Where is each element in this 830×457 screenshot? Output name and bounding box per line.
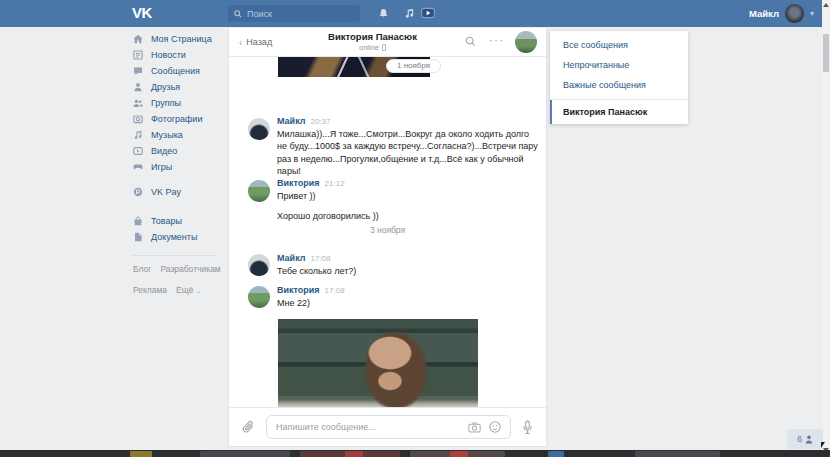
online-count: 6	[797, 434, 802, 444]
taskbar-icon	[200, 451, 290, 457]
message-time: 20:37	[310, 117, 330, 126]
camera-icon[interactable]	[468, 422, 481, 433]
chevron-down-icon: ▾	[810, 9, 814, 18]
date-separator-pill: 1 ноября	[386, 59, 441, 73]
sidebar-item-market[interactable]: Товары	[133, 213, 229, 229]
sidebar-item-news[interactable]: Новости	[133, 47, 229, 63]
sidebar-footer-links: Блог Разработчикам Реклама Ещё ⌄	[133, 263, 243, 297]
sidebar-item-music[interactable]: Музыка	[133, 127, 229, 143]
avatar-maykl[interactable]	[248, 254, 270, 276]
documents-icon	[133, 232, 143, 242]
taskbar-icon	[548, 451, 564, 457]
sidebar-item-groups[interactable]: Группы	[133, 95, 229, 111]
message-text: Тебе сколько лет?)	[277, 265, 540, 277]
conversation-header: ‹ Назад Виктория Панасюк online ···	[229, 28, 546, 57]
chevron-left-icon: ‹	[239, 38, 242, 47]
message-meta: Майкл20:37	[277, 116, 331, 126]
games-icon	[133, 162, 143, 172]
author-link[interactable]: Виктория	[277, 178, 320, 188]
message-text: Хорошо договорились ))	[277, 210, 540, 222]
message-input-wrapper	[266, 415, 511, 439]
message-time: 17:08	[310, 254, 330, 263]
message-text: Мне 22)	[277, 297, 540, 309]
sidebar-divider	[133, 255, 217, 256]
topbar-avatar	[785, 4, 804, 23]
vk-pay-icon	[133, 187, 143, 197]
market-bag-icon	[133, 216, 143, 226]
conversation-title-block: Виктория Панасюк online	[289, 31, 456, 52]
footer-link-more[interactable]: Ещё ⌄	[176, 284, 202, 297]
message-composer	[229, 407, 546, 446]
message-text: Привет ))	[277, 190, 540, 202]
author-link[interactable]: Майкл	[277, 116, 305, 126]
os-taskbar-partial	[0, 450, 830, 457]
footer-link-blog[interactable]: Блог	[133, 263, 151, 275]
taskbar-icon	[345, 451, 363, 457]
messages-filter-dropdown: Все сообщения Непрочитанные Важные сообщ…	[550, 31, 688, 124]
vk-logo[interactable]: VK	[132, 4, 152, 21]
music-note-icon	[133, 130, 143, 140]
footer-link-developers[interactable]: Разработчикам	[160, 263, 220, 275]
vk-app: VK Поиск Майкл ▾ Моя Страница	[0, 0, 830, 457]
video-stream-icon[interactable]	[421, 6, 435, 20]
author-link[interactable]: Виктория	[277, 285, 320, 295]
selected-conversation-item[interactable]: Виктория Панасюк	[550, 100, 688, 124]
scrollbar-thumb[interactable]	[823, 34, 829, 72]
sidebar-item-vk-pay[interactable]: VK Pay	[133, 184, 229, 200]
mobile-phone-icon	[382, 44, 386, 51]
conversation-search-icon[interactable]	[465, 36, 476, 47]
filter-important[interactable]: Важные сообщения	[550, 75, 688, 95]
message-history: 1 ноября Майкл20:37 Милашка))...Я тоже..…	[229, 57, 546, 407]
conversation-title: Виктория Панасюк	[289, 31, 456, 42]
sidebar-item-photos[interactable]: Фотографии	[133, 111, 229, 127]
global-search[interactable]: Поиск	[228, 5, 360, 22]
avatar-viktoria[interactable]	[248, 286, 270, 308]
story-video-attachment[interactable]: Перейти в конец истории 0:02	[278, 319, 478, 407]
message-meta: Виктория17:08	[277, 285, 345, 295]
groups-icon	[133, 98, 143, 108]
sidebar-item-my-page[interactable]: Моя Страница	[133, 31, 229, 47]
page-scrollbar[interactable]	[822, 0, 830, 457]
conversation-menu-dots[interactable]: ···	[489, 33, 504, 47]
topbar-user-name: Майкл	[749, 8, 779, 19]
sidebar-item-documents[interactable]: Документы	[133, 229, 229, 245]
online-status: online	[289, 43, 456, 52]
footer-link-ads[interactable]: Реклама	[133, 284, 167, 297]
message-time: 17:08	[325, 286, 345, 295]
avatar-maykl[interactable]	[248, 118, 270, 140]
notifications-bell-icon[interactable]	[376, 6, 390, 20]
profile-icon	[133, 34, 143, 44]
photos-icon	[133, 114, 143, 124]
message-meta: Майкл17:08	[277, 253, 331, 263]
conversation-panel: ‹ Назад Виктория Панасюк online ··· 1 но…	[228, 28, 547, 447]
microphone-icon[interactable]	[522, 420, 533, 435]
messages-icon	[133, 66, 143, 76]
filter-all-messages[interactable]: Все сообщения	[550, 35, 688, 55]
music-icon[interactable]	[402, 6, 416, 20]
sidebar-item-friends[interactable]: Друзья	[133, 79, 229, 95]
message-input[interactable]	[276, 422, 460, 432]
message-meta: Виктория21:12	[277, 178, 345, 188]
date-separator: 3 ноября	[229, 225, 546, 235]
scroll-up-arrow[interactable]	[823, 3, 829, 7]
friends-online-widget[interactable]: 6	[787, 429, 823, 449]
taskbar-icon	[635, 451, 720, 457]
conversation-avatar[interactable]	[515, 31, 537, 53]
message-time: 21:12	[325, 179, 345, 188]
video-icon	[133, 146, 143, 156]
smiley-icon[interactable]	[489, 421, 501, 433]
sidebar-item-video[interactable]: Видео	[133, 143, 229, 159]
filter-unread[interactable]: Непрочитанные	[550, 55, 688, 75]
sidebar-item-games[interactable]: Игры	[133, 159, 229, 175]
person-icon	[805, 435, 813, 444]
message-text: Милашка))...Я тоже...Смотри...Вокруг да …	[277, 128, 540, 177]
topbar-user-menu[interactable]: Майкл ▾	[749, 0, 814, 27]
news-icon	[133, 50, 143, 60]
sidebar-item-messages[interactable]: Сообщения	[133, 63, 229, 79]
back-button[interactable]: ‹ Назад	[239, 37, 272, 47]
attach-paperclip-icon[interactable]	[242, 420, 255, 434]
avatar-viktoria[interactable]	[248, 180, 270, 202]
search-icon	[234, 10, 242, 18]
author-link[interactable]: Майкл	[277, 253, 305, 263]
left-sidebar: Моя Страница Новости Сообщения Друзья Гр…	[133, 31, 229, 297]
